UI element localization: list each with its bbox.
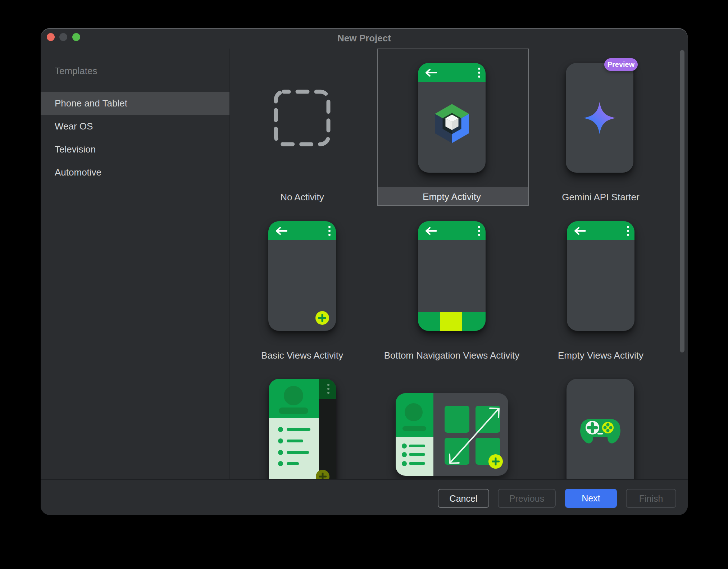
drawer-header (269, 379, 319, 418)
template-card-game-activity[interactable] (567, 379, 634, 479)
sidebar-item-television[interactable]: Television (41, 138, 229, 161)
gamepad-icon (579, 414, 622, 447)
sidebar-item-automotive[interactable]: Automotive (41, 161, 229, 184)
template-card-no-activity[interactable] (273, 89, 331, 148)
overflow-menu-icon (478, 67, 481, 78)
window-title: New Project (41, 33, 688, 44)
bottom-nav-bar (418, 312, 486, 331)
template-card-bottom-navigation-views-activity[interactable] (418, 221, 486, 331)
cancel-button[interactable]: Cancel (438, 489, 489, 508)
template-card-basic-views-activity[interactable] (268, 221, 336, 331)
name-placeholder (279, 408, 308, 414)
sidebar-header: Templates (55, 65, 97, 77)
template-label-empty-activity[interactable]: Empty Activity (377, 191, 526, 202)
screen-background: New Project Templates Phone and Tablet W… (0, 0, 728, 569)
avatar (284, 386, 303, 405)
new-project-dialog: New Project Templates Phone and Tablet W… (41, 28, 688, 515)
back-arrow-icon (425, 227, 437, 235)
template-grid: No Activity Em (230, 48, 688, 479)
preview-badge: Preview (604, 58, 638, 71)
next-button[interactable]: Next (565, 489, 617, 508)
empty-activity-preview[interactable] (418, 63, 486, 173)
template-label-bottom-navigation-views-activity[interactable]: Bottom Navigation Views Activity (377, 350, 526, 361)
app-bar (418, 221, 486, 240)
overflow-menu-icon (478, 225, 481, 237)
template-card-responsive[interactable] (396, 393, 508, 476)
dashed-square-icon (273, 89, 331, 147)
sidebar-item-phone-and-tablet[interactable]: Phone and Tablet (41, 92, 229, 115)
template-label-basic-views-activity[interactable]: Basic Views Activity (230, 350, 377, 361)
app-bar (567, 221, 634, 240)
jetpack-compose-logo (432, 103, 472, 144)
nav-drawer-panel (269, 379, 319, 479)
template-label-empty-views-activity[interactable]: Empty Views Activity (526, 350, 675, 361)
overflow-menu-icon (627, 225, 629, 237)
fab-plus-icon (488, 454, 503, 469)
dimmed-app-bar (319, 379, 336, 399)
finish-button[interactable]: Finish (626, 489, 676, 508)
vertical-scrollbar[interactable] (680, 50, 684, 352)
back-arrow-icon (574, 227, 586, 235)
template-card-empty-views-activity[interactable] (567, 221, 634, 331)
template-card-gemini-api-starter[interactable] (566, 63, 633, 173)
back-arrow-icon (425, 68, 437, 77)
template-label-no-activity[interactable]: No Activity (230, 191, 377, 203)
sidebar-item-wear-os[interactable]: Wear OS (41, 115, 229, 138)
dialog-footer: Cancel Previous Next Finish (41, 479, 688, 515)
drawer-menu (269, 418, 319, 479)
gemini-star-icon (582, 101, 618, 135)
bottom-nav-selected-segment (440, 312, 462, 331)
fab-plus-icon (315, 311, 329, 325)
dimmed-screen (319, 399, 336, 479)
app-bar (418, 63, 486, 82)
template-card-navigation-drawer[interactable] (269, 379, 336, 479)
app-bar (268, 221, 336, 240)
template-label-gemini-api-starter[interactable]: Gemini API Starter (526, 191, 675, 203)
previous-button[interactable]: Previous (498, 489, 556, 508)
overflow-menu-icon (328, 225, 331, 237)
back-arrow-icon (276, 227, 288, 235)
overflow-menu-icon (327, 383, 330, 395)
